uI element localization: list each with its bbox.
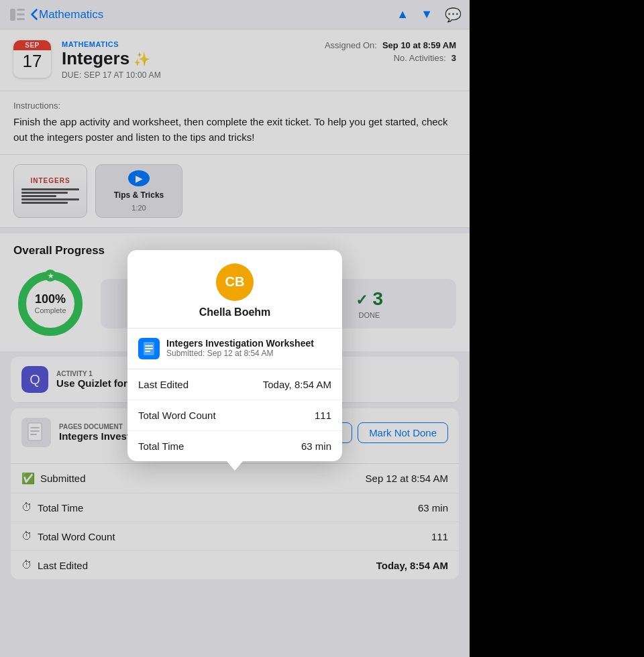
- popup-user-name: Chella Boehm: [199, 306, 271, 318]
- popup-total-time-label: Total Time: [138, 440, 184, 452]
- avatar: CB: [216, 263, 254, 301]
- popup-doc-name: Integers Investigation Worksheet: [166, 338, 314, 349]
- popup-total-time-row: Total Time 63 min: [127, 431, 342, 461]
- popup-arrow: [227, 461, 243, 471]
- popup-total-time-value: 63 min: [301, 440, 331, 452]
- student-popup: CB Chella Boehm Integers Investigation: [127, 250, 342, 461]
- popup-header: CB Chella Boehm: [127, 250, 342, 328]
- popup-doc-row: Integers Investigation Worksheet Submitt…: [127, 328, 342, 369]
- popup-doc-submitted: Submitted: Sep 12 at 8:54 AM: [166, 349, 314, 358]
- popup-word-count-row: Total Word Count 111: [127, 400, 342, 431]
- popup-doc-info: Integers Investigation Worksheet Submitt…: [166, 338, 314, 358]
- svg-rect-16: [145, 351, 150, 352]
- popup-last-edited-row: Last Edited Today, 8:54 AM: [127, 369, 342, 400]
- popup-last-edited-value: Today, 8:54 AM: [263, 379, 331, 390]
- svg-rect-14: [145, 345, 153, 347]
- svg-rect-15: [145, 348, 153, 349]
- popup-doc-icon: [138, 338, 160, 359]
- popup-last-edited-label: Last Edited: [138, 379, 189, 390]
- popup-overlay: CB Chella Boehm Integers Investigation: [0, 0, 470, 657]
- popup-body: Integers Investigation Worksheet Submitt…: [127, 328, 342, 461]
- popup-word-count-label: Total Word Count: [138, 410, 216, 421]
- popup-word-count-value: 111: [315, 410, 331, 421]
